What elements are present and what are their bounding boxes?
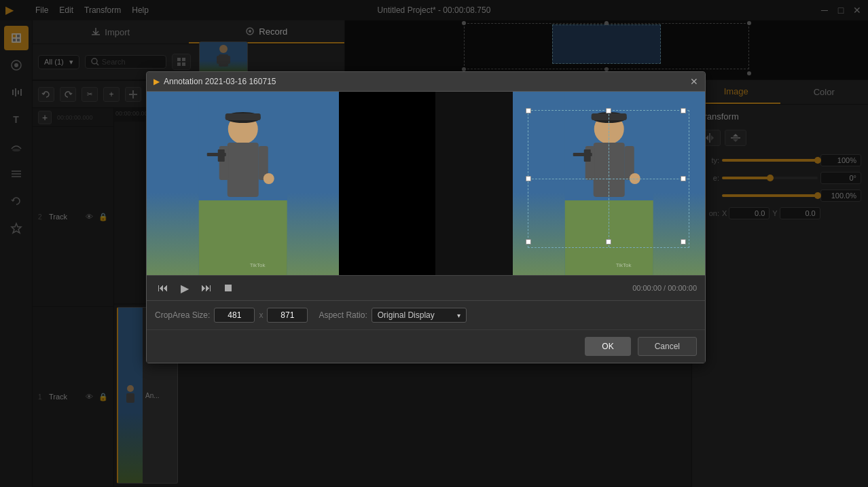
aspect-ratio-select[interactable]: Original Display ▾	[372, 308, 467, 323]
svg-rect-57	[593, 143, 624, 197]
svg-text:TikTok: TikTok	[250, 262, 266, 268]
aspect-ratio-group: Aspect Ratio: Original Display ▾	[319, 308, 466, 323]
ok-button[interactable]: OK	[585, 337, 630, 356]
svg-rect-51	[218, 149, 225, 162]
play-button[interactable]: ▶	[177, 280, 193, 296]
crop-width-input[interactable]	[214, 308, 255, 323]
person-svg-2: TikTok	[513, 92, 705, 275]
svg-rect-43	[199, 200, 287, 275]
prev-frame-button[interactable]: ⏮	[155, 280, 171, 296]
aspect-ratio-arrow-icon: ▾	[457, 312, 460, 319]
crop-settings: CropArea Size: x Aspect Ratio: Original …	[147, 300, 705, 329]
preview-section-3	[435, 92, 512, 275]
stop-button[interactable]: ⏹	[220, 280, 236, 296]
svg-text:TikTok: TikTok	[615, 262, 632, 268]
annotation-dialog: ▶ Annotation 2021-03-16 160715 ✕	[146, 71, 706, 363]
preview-section-2	[339, 92, 435, 275]
crop-size-group: CropArea Size: x	[155, 308, 308, 323]
next-frame-button[interactable]: ⏭	[198, 280, 215, 296]
playback-controls: ⏮ ▶ ⏭ ⏹	[155, 280, 236, 296]
svg-point-64	[629, 173, 640, 184]
svg-point-52	[264, 173, 274, 184]
aspect-ratio-label: Aspect Ratio:	[319, 310, 367, 320]
crop-size-label: CropArea Size:	[155, 310, 210, 320]
preview-section-4: TikTok	[513, 92, 705, 275]
svg-rect-55	[564, 200, 653, 275]
dialog-close-button[interactable]: ✕	[690, 76, 698, 87]
dialog-logo: ▶	[153, 77, 160, 86]
dialog-preview: TikTok	[147, 92, 705, 275]
time-display: 00:00:00 / 00:00:00	[632, 284, 697, 292]
svg-rect-45	[228, 143, 259, 197]
dialog-title: ▶ Annotation 2021-03-16 160715	[153, 77, 276, 86]
cancel-button[interactable]: Cancel	[638, 337, 697, 356]
dialog-overlay: ▶ Annotation 2021-03-16 160715 ✕	[0, 0, 868, 487]
svg-rect-63	[583, 149, 590, 162]
preview-section-1: TikTok	[147, 92, 339, 275]
crop-x-separator: x	[259, 310, 263, 320]
dialog-titlebar: ▶ Annotation 2021-03-16 160715 ✕	[147, 72, 705, 92]
svg-rect-49	[225, 113, 261, 120]
crop-height-input[interactable]	[267, 308, 308, 323]
svg-rect-61	[591, 113, 626, 120]
dialog-footer: OK Cancel	[147, 329, 705, 363]
person-svg-1: TikTok	[147, 92, 339, 275]
dialog-controls: ⏮ ▶ ⏭ ⏹ 00:00:00 / 00:00:00	[147, 275, 705, 300]
